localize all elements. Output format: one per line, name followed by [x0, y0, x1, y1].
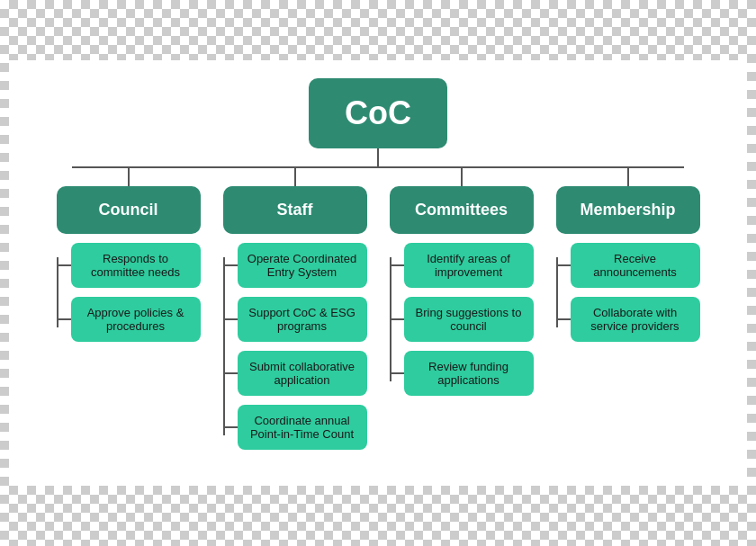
item-node-staff-3: Coordinate annual Point-in-Time Count: [238, 405, 367, 450]
column-committees: CommitteesIdentify areas of improvementB…: [378, 168, 544, 405]
category-node-committees: Committees: [390, 186, 534, 234]
list-item: Receive announcements: [558, 238, 700, 292]
column-council: CouncilResponds to committee needsApprov…: [45, 168, 212, 351]
horizontal-bar-container: [36, 166, 720, 168]
item-h-line-council-0: [58, 264, 71, 266]
items-connector-council: Responds to committee needsApprove polic…: [57, 234, 201, 351]
item-h-line-staff-2: [225, 372, 238, 374]
item-node-council-0: Responds to committee needs: [71, 243, 201, 288]
root-node: CoC: [309, 78, 447, 148]
item-h-line-committees-0: [392, 264, 404, 266]
list-item: Coordinate annual Point-in-Time Count: [225, 400, 367, 454]
items-list-committees: Identify areas of improvementBring sugge…: [392, 234, 534, 405]
list-item: Support CoC & ESG programs: [225, 292, 367, 346]
items-connector-membership: Receive announcementsCollaborate with se…: [556, 234, 700, 351]
list-item: Identify areas of improvement: [392, 238, 534, 292]
root-vertical-line: [377, 148, 379, 166]
item-node-council-1: Approve policies & procedures: [71, 297, 201, 342]
list-item: Collaborate with service providers: [558, 292, 700, 346]
item-h-line-membership-0: [558, 264, 571, 266]
item-node-staff-1: Support CoC & ESG programs: [238, 297, 367, 342]
list-item: Responds to committee needs: [58, 238, 201, 292]
root-connector: [36, 148, 720, 166]
list-item: Review funding applications: [392, 346, 534, 400]
column-membership: MembershipReceive announcementsCollabora…: [544, 168, 711, 351]
diagram-container: CoC CouncilResponds to committee needsAp…: [9, 60, 747, 486]
item-h-line-staff-3: [225, 426, 238, 428]
category-node-staff: Staff: [223, 186, 367, 234]
col-top-line-staff: [294, 168, 296, 186]
category-node-council: Council: [57, 186, 201, 234]
list-item: Approve policies & procedures: [58, 292, 201, 346]
column-staff: StaffOperate Coordinated Entry SystemSup…: [212, 168, 378, 459]
items-list-membership: Receive announcementsCollaborate with se…: [558, 234, 700, 351]
item-node-staff-2: Submit collaborative application: [238, 351, 367, 396]
item-node-staff-0: Operate Coordinated Entry System: [238, 243, 367, 288]
col-top-line-committees: [461, 168, 463, 186]
list-item: Bring suggestions to council: [392, 292, 534, 346]
item-node-membership-1: Collaborate with service providers: [571, 297, 700, 342]
col-top-line-membership: [627, 168, 629, 186]
list-item: Submit collaborative application: [225, 346, 367, 400]
items-list-staff: Operate Coordinated Entry SystemSupport …: [225, 234, 367, 459]
col-top-line-council: [128, 168, 130, 186]
items-list-council: Responds to committee needsApprove polic…: [58, 234, 201, 351]
category-node-membership: Membership: [556, 186, 700, 234]
root-row: CoC: [36, 78, 720, 148]
item-node-membership-0: Receive announcements: [571, 243, 700, 288]
item-h-line-staff-0: [225, 264, 238, 266]
item-node-committees-1: Bring suggestions to council: [404, 297, 534, 342]
columns-container: CouncilResponds to committee needsApprov…: [36, 168, 720, 459]
list-item: Operate Coordinated Entry System: [225, 238, 367, 292]
item-node-committees-2: Review funding applications: [404, 351, 534, 396]
items-connector-staff: Operate Coordinated Entry SystemSupport …: [223, 234, 367, 459]
item-h-line-committees-1: [392, 318, 404, 320]
item-h-line-council-1: [58, 318, 71, 320]
item-node-committees-0: Identify areas of improvement: [404, 243, 534, 288]
horizontal-bar: [72, 166, 684, 168]
item-h-line-membership-1: [558, 318, 571, 320]
items-connector-committees: Identify areas of improvementBring sugge…: [390, 234, 534, 405]
item-h-line-committees-2: [392, 372, 404, 374]
item-h-line-staff-1: [225, 318, 238, 320]
